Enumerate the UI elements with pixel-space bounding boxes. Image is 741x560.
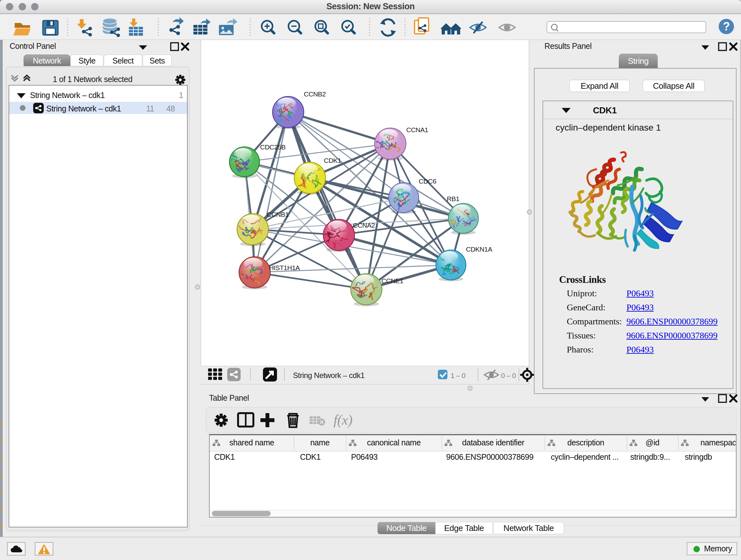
svg-text:CCNA2: CCNA2 (353, 222, 375, 229)
svg-text:RB1: RB1 (447, 195, 459, 202)
svg-text:CDKN1A: CDKN1A (466, 246, 492, 253)
svg-text:HIST1H1A: HIST1H1A (269, 264, 300, 271)
svg-text:CDC6: CDC6 (419, 178, 436, 185)
svg-text:CDK1: CDK1 (324, 157, 341, 164)
svg-text:CCNA1: CCNA1 (406, 126, 428, 133)
svg-text:CDC25B: CDC25B (260, 143, 286, 151)
svg-text:?: ? (723, 20, 730, 33)
svg-text:CCNB2: CCNB2 (304, 90, 326, 98)
svg-text:CCNE1: CCNE1 (381, 277, 403, 285)
svg-text:CCNB1: CCNB1 (267, 211, 289, 218)
svg-text:f(x): f(x) (333, 412, 352, 428)
